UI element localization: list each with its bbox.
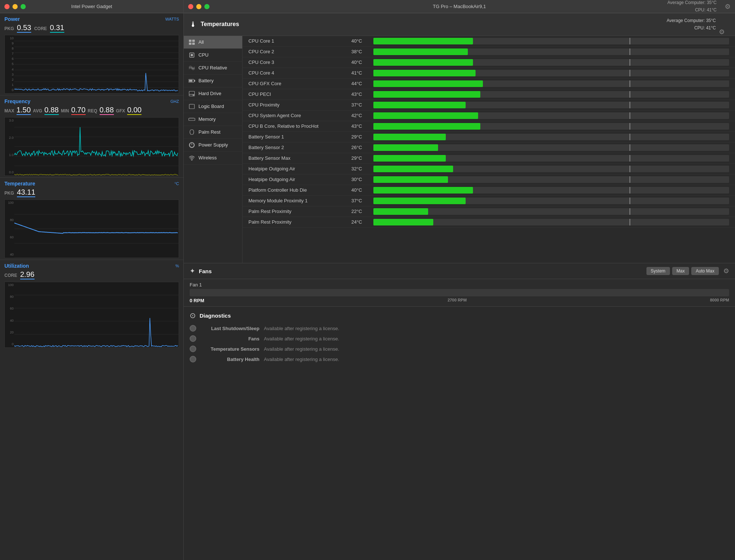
avg-computer-label: Average Computer: 35°C <box>667 17 716 24</box>
freq-unit: GHZ <box>171 99 179 104</box>
diag-value: Available after registering a license. <box>264 346 339 352</box>
freq-y-labels: 3.0 2.0 1.0 0.0 <box>5 118 14 176</box>
sidebar-item-cpu[interactable]: CPU <box>184 49 242 62</box>
diag-label: Temperature Sensors <box>201 346 259 352</box>
sensor-bar-marker <box>630 70 630 76</box>
svg-rect-12 <box>189 104 194 109</box>
right-titlebar: TG Pro – MacBookAir9,1 Average Computer:… <box>184 0 735 13</box>
sidebar-item-power-supply[interactable]: Power Supply <box>184 139 242 152</box>
diagnostics-items: Last Shutdown/SleepAvailable after regis… <box>190 325 729 362</box>
sidebar-item-memory[interactable]: Memory <box>184 113 242 126</box>
sensor-bar <box>373 144 438 151</box>
sensor-bar-container <box>373 219 729 225</box>
freq-min-value: 0.70 <box>71 106 86 115</box>
right-minimize-button[interactable] <box>196 4 201 9</box>
freq-avg-value: 0.88 <box>44 106 59 115</box>
max-button[interactable]: Max <box>672 267 689 275</box>
cpu-icon <box>188 52 196 58</box>
sensor-name: Palm Rest Proximity <box>248 209 351 214</box>
sensor-bar-container <box>373 198 729 204</box>
sensor-temp: 26°C <box>351 145 373 150</box>
fans-gear-icon[interactable]: ⚙ <box>723 267 729 275</box>
sidebar-item-all[interactable]: All <box>184 36 242 49</box>
sensor-bar-container <box>373 144 729 151</box>
sidebar-item-battery[interactable]: Battery <box>184 75 242 87</box>
fan1-mid-rpm: 2700 RPM <box>448 298 467 303</box>
avg-cpu: CPU: 41°C <box>667 7 717 14</box>
temperatures-title: Temperatures <box>201 21 239 28</box>
sensor-bar-marker <box>630 102 630 108</box>
sensor-temp: 24°C <box>351 219 373 225</box>
sidebar-item-logic-board[interactable]: Logic Board <box>184 100 242 113</box>
sensor-bar <box>373 166 453 172</box>
fullscreen-button[interactable] <box>21 4 26 9</box>
sensor-name: Battery Sensor Max <box>248 155 351 161</box>
sensor-bar <box>373 134 446 140</box>
sensor-row: Battery Sensor 129°C <box>243 132 735 142</box>
diag-label: Battery Health <box>201 357 259 362</box>
sensor-row: Platform Controller Hub Die40°C <box>243 185 735 196</box>
sensor-row: Battery Sensor Max29°C <box>243 153 735 164</box>
left-panel: Intel Power Gadget Power WATTS PKG 0.53 … <box>0 0 184 560</box>
right-fullscreen-button[interactable] <box>204 4 209 9</box>
sidebar-item-wireless[interactable]: Wireless <box>184 152 242 165</box>
sensor-temp: 38°C <box>351 49 373 54</box>
diagnostics-section: ⊙ Diagnostics Last Shutdown/SleepAvailab… <box>184 306 735 371</box>
util-section: Utilization % CORE 2.96 100 80 60 40 20 … <box>0 260 183 560</box>
sidebar-item-palm-rest[interactable]: Palm Rest <box>184 126 242 139</box>
settings-icon[interactable]: ⚙ <box>725 3 731 11</box>
avg-cpu-label: CPU: 41°C <box>667 24 716 32</box>
core-value: 0.31 <box>50 24 64 33</box>
sensor-row: CPU Proximity37°C <box>243 100 735 111</box>
sidebar-item-cpu-relative[interactable]: CPU Relative <box>184 62 242 75</box>
close-button[interactable] <box>4 4 10 9</box>
freq-title: Frequency <box>4 98 31 104</box>
sensor-row: CPU B Core, Relative to ProcHot43°C <box>243 121 735 132</box>
diag-label: Last Shutdown/Sleep <box>201 326 259 331</box>
power-unit: WATTS <box>165 17 179 21</box>
sensor-row: CPU Core 441°C <box>243 68 735 79</box>
sensor-temp: 37°C <box>351 198 373 203</box>
temp-chart-plot <box>14 200 179 258</box>
svg-rect-8 <box>189 80 192 82</box>
sensor-list: CPU Core 140°CCPU Core 238°CCPU Core 340… <box>243 36 735 263</box>
sensor-temp: 40°C <box>351 38 373 44</box>
memory-icon <box>188 116 196 122</box>
right-close-button[interactable] <box>188 4 193 9</box>
sensor-bar-container <box>373 208 729 215</box>
diagnostics-header: ⊙ Diagnostics <box>190 311 729 320</box>
sensor-bar-container <box>373 187 729 194</box>
sensor-name: CPU B Core, Relative to ProcHot <box>248 123 351 129</box>
temp-title-left: Temperature <box>4 181 35 187</box>
temperatures-header: 🌡 Temperatures Average Computer: 35°C CP… <box>184 13 735 36</box>
sensor-temp: 40°C <box>351 187 373 193</box>
auto-max-button[interactable]: Auto Max <box>691 267 719 275</box>
sensor-bar <box>373 112 478 119</box>
svg-rect-16 <box>189 118 195 120</box>
temp-section-left: Temperature °C PKG 43.11 100 80 60 40 <box>0 178 183 260</box>
sidebar-item-hard-drive[interactable]: Hard Drive <box>184 87 242 100</box>
sensor-temp: 42°C <box>351 113 373 118</box>
left-titlebar: Intel Power Gadget <box>0 0 183 13</box>
fans-icon: ✦ <box>190 267 195 275</box>
sensor-bar-container <box>373 38 729 44</box>
system-button[interactable]: System <box>646 267 670 275</box>
right-panel: TG Pro – MacBookAir9,1 Average Computer:… <box>184 0 735 560</box>
sensor-bar-marker <box>630 134 630 140</box>
sensor-bar-marker <box>630 219 630 225</box>
diag-status-dot <box>190 356 196 362</box>
sensor-bar-container <box>373 112 729 119</box>
sensor-bar <box>373 70 476 76</box>
diag-status-dot <box>190 346 196 352</box>
sensor-temp: 37°C <box>351 102 373 108</box>
sensor-name: Battery Sensor 2 <box>248 145 351 150</box>
power-y-labels: 10 9 8 7 6 5 4 3 2 1 0 <box>5 35 14 93</box>
sensor-bar <box>373 155 446 162</box>
minimize-button[interactable] <box>12 4 18 9</box>
core-label: CORE <box>34 26 47 31</box>
temp-settings-icon[interactable]: ⚙ <box>719 28 725 36</box>
diagnostics-title: Diagnostics <box>200 312 231 319</box>
sensor-bar <box>373 38 473 44</box>
diag-value: Available after registering a license. <box>264 326 339 331</box>
pkg-label: PKG <box>4 26 14 31</box>
